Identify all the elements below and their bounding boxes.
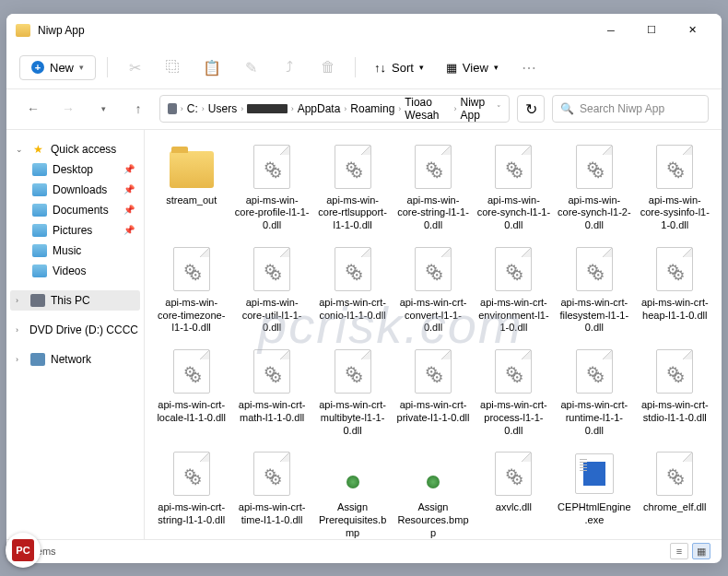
file-grid[interactable]: stream_outapi-ms-win-core-profile-l1-1-0…	[145, 130, 722, 539]
file-item[interactable]: api-ms-win-core-string-l1-1-0.dll	[393, 139, 472, 236]
delete-icon[interactable]: 🗑	[312, 52, 344, 83]
path-seg[interactable]: Tioao Wesah	[405, 96, 450, 122]
search-placeholder: Search Niwp App	[580, 102, 664, 115]
path-seg[interactable]: C:	[187, 102, 198, 115]
dll-file-icon	[335, 349, 371, 394]
file-item[interactable]: api-ms-win-crt-conio-l1-1-0.dll	[313, 241, 392, 338]
sidebar-item-pictures[interactable]: Pictures📌	[10, 220, 140, 241]
sidebar-item-thispc[interactable]: ›This PC	[10, 290, 140, 311]
file-name: api-ms-win-core-rtlsupport-l1-1-0.dll	[315, 194, 390, 232]
forward-button[interactable]: →	[54, 95, 82, 123]
plus-icon: +	[31, 61, 44, 74]
file-item[interactable]: api-ms-win-core-synch-l1-1-0.dll	[475, 139, 553, 236]
address-path[interactable]: › C: › Users › › AppData › Roaming › Tio…	[159, 95, 510, 123]
file-name: api-ms-win-core-string-l1-1-0.dll	[395, 194, 470, 232]
file-name: api-ms-win-crt-process-l1-1-0.dll	[476, 399, 551, 437]
path-seg-redacted[interactable]	[247, 104, 287, 113]
file-name: api-ms-win-crt-runtime-l1-1-0.dll	[557, 399, 631, 437]
search-input[interactable]: 🔍 Search Niwp App	[552, 95, 709, 123]
dll-file-icon	[173, 247, 210, 291]
file-item[interactable]: api-ms-win-core-util-l1-1-0.dll	[232, 241, 311, 338]
file-name: api-ms-win-core-util-l1-1-0.dll	[234, 297, 309, 335]
sidebar-item-dvd[interactable]: ›DVD Drive (D:) CCCC	[10, 320, 140, 340]
file-name: CEPHtmlEngine.exe	[557, 501, 631, 527]
chevron-down-icon[interactable]: ⌄	[16, 145, 25, 154]
folder-icon	[32, 204, 47, 217]
share-icon[interactable]: ⤴	[274, 52, 305, 83]
dll-file-icon	[576, 247, 613, 291]
file-item[interactable]: api-ms-win-crt-convert-l1-1-0.dll	[393, 241, 472, 338]
dll-file-icon	[253, 145, 290, 189]
path-seg[interactable]: AppData	[298, 102, 341, 115]
chevron-right-icon[interactable]: ›	[16, 296, 25, 305]
star-icon: ★	[30, 143, 45, 156]
file-item[interactable]: api-ms-win-crt-filesystem-l1-1-0.dll	[555, 241, 633, 338]
chevron-right-icon: ›	[291, 104, 294, 113]
file-item[interactable]: api-ms-win-crt-stdio-l1-1-0.dll	[636, 344, 714, 441]
dll-file-icon	[415, 349, 452, 394]
cut-icon[interactable]: ✂	[119, 52, 150, 83]
chevron-right-icon: ›	[202, 104, 205, 113]
path-seg[interactable]: Niwp App	[460, 96, 493, 122]
chevron-right-icon: ›	[344, 104, 346, 113]
file-item[interactable]: api-ms-win-crt-math-l1-1-0.dll	[232, 344, 311, 441]
file-item[interactable]: stream_out	[152, 139, 230, 236]
file-item[interactable]: api-ms-win-crt-time-l1-1-0.dll	[232, 446, 311, 538]
file-item[interactable]: Assign Resources.bmpp	[393, 446, 472, 538]
file-item[interactable]: api-ms-win-crt-string-l1-1-0.dll	[152, 446, 230, 538]
file-item[interactable]: api-ms-win-crt-private-l1-1-0.dll	[393, 344, 472, 441]
minimize-button[interactable]: ─	[591, 17, 631, 44]
sidebar-item-downloads[interactable]: Downloads📌	[10, 180, 140, 200]
refresh-button[interactable]: ↻	[517, 95, 545, 123]
dll-file-icon	[495, 247, 532, 291]
view-button[interactable]: ▦ View ▾	[439, 57, 506, 78]
sidebar-item-music[interactable]: Music	[10, 241, 140, 261]
file-item[interactable]: chrome_elf.dll	[636, 446, 714, 538]
dll-file-icon	[495, 145, 532, 189]
sidebar-item-quickaccess[interactable]: ⌄ ★ Quick access	[10, 139, 140, 159]
path-seg[interactable]: Roaming	[350, 102, 394, 115]
new-button[interactable]: + New ▾	[19, 55, 96, 80]
file-item[interactable]: api-ms-win-crt-process-l1-1-0.dll	[475, 344, 553, 441]
path-seg[interactable]: Users	[208, 102, 237, 115]
chevron-right-icon[interactable]: ›	[16, 355, 25, 364]
folder-icon	[16, 24, 30, 37]
chevron-right-icon: ›	[181, 104, 183, 113]
file-name: api-ms-win-crt-private-l1-1-0.dll	[395, 399, 470, 425]
sidebar-item-documents[interactable]: Documents📌	[10, 200, 140, 220]
file-item[interactable]: api-ms-win-core-rtlsupport-l1-1-0.dll	[313, 139, 392, 236]
sort-button[interactable]: ↑↓ Sort ▾	[367, 57, 431, 78]
up-folder-button[interactable]: ↑	[124, 95, 152, 123]
quickaccess-label: Quick access	[51, 143, 116, 156]
file-item[interactable]: api-ms-win-crt-locale-l1-1-0.dll	[152, 344, 230, 441]
more-button[interactable]: ⋯	[513, 52, 545, 83]
sidebar-item-network[interactable]: ›Network	[10, 349, 140, 370]
rename-icon[interactable]: ✎	[235, 52, 266, 83]
file-item[interactable]: api-ms-win-crt-heap-l1-1-0.dll	[636, 241, 714, 338]
dll-file-icon	[173, 452, 210, 496]
file-item[interactable]: api-ms-win-core-timezone-l1-1-0.dll	[152, 241, 230, 338]
file-item[interactable]: api-ms-win-crt-runtime-l1-1-0.dll	[555, 344, 633, 441]
file-item[interactable]: Assign Prerequisites.bmp	[313, 446, 392, 538]
copy-icon[interactable]: ⿻	[158, 52, 189, 83]
file-item[interactable]: api-ms-win-core-profile-l1-1-0.dll	[232, 139, 311, 236]
details-view-button[interactable]: ≡	[670, 543, 688, 559]
back-button[interactable]: ←	[19, 95, 47, 123]
paste-icon[interactable]: 📋	[196, 52, 228, 83]
file-item[interactable]: api-ms-win-core-synch-l1-2-0.dll	[555, 139, 633, 236]
sidebar-item-videos[interactable]: Videos	[10, 261, 140, 281]
file-name: api-ms-win-crt-math-l1-1-0.dll	[234, 399, 309, 425]
chevron-down-icon[interactable]: ˅	[497, 104, 501, 113]
close-button[interactable]: ✕	[672, 17, 712, 44]
icons-view-button[interactable]: ▦	[692, 543, 710, 559]
file-item[interactable]: CEPHtmlEngine.exe	[555, 446, 633, 538]
pc-icon	[168, 103, 177, 114]
chevron-right-icon[interactable]: ›	[16, 325, 18, 335]
file-item[interactable]: api-ms-win-core-sysinfo-l1-1-0.dll	[636, 139, 714, 236]
sidebar-item-desktop[interactable]: Desktop📌	[10, 159, 140, 180]
file-item[interactable]: api-ms-win-crt-multibyte-l1-1-0.dll	[313, 344, 392, 441]
file-item[interactable]: axvlc.dll	[475, 446, 553, 538]
up-button[interactable]: ▾	[89, 95, 117, 123]
maximize-button[interactable]: ☐	[631, 17, 672, 44]
file-item[interactable]: api-ms-win-crt-environment-l1-1-0.dll	[475, 241, 553, 338]
